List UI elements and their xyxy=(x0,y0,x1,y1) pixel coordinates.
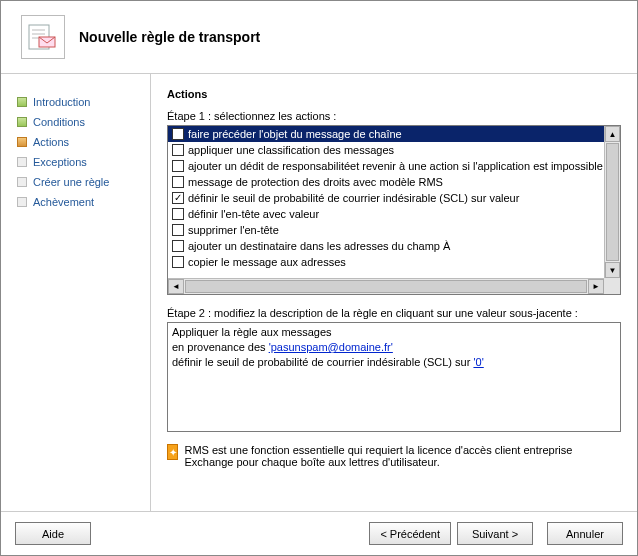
step2-label: Étape 2 : modifiez la description de la … xyxy=(167,307,621,319)
action-checkbox[interactable] xyxy=(172,208,184,220)
action-label: définir l'en-tête avec valeur xyxy=(188,208,319,220)
back-button[interactable]: < Précédent xyxy=(369,522,451,545)
step-exceptions[interactable]: Exceptions xyxy=(17,152,142,172)
rule-icon xyxy=(21,15,65,59)
action-label: faire précéder l'objet du message de cha… xyxy=(188,128,402,140)
desc-line3: définir le seuil de probabilité de courr… xyxy=(172,355,616,370)
scroll-thumb[interactable] xyxy=(606,143,619,261)
action-checkbox[interactable] xyxy=(172,128,184,140)
hscroll-thumb[interactable] xyxy=(185,280,587,293)
action-label: ajouter un dédit de responsabilitéet rev… xyxy=(188,160,603,172)
section-title: Actions xyxy=(167,88,621,100)
rms-icon: ✦ xyxy=(167,444,178,460)
vertical-scrollbar[interactable]: ▲ ▼ xyxy=(604,126,620,278)
rule-description-box: Appliquer la règle aux messages en prove… xyxy=(167,322,621,432)
action-label: définir le seuil de probabilité de courr… xyxy=(188,192,519,204)
step-actions[interactable]: Actions xyxy=(17,132,142,152)
action-row[interactable]: définir le seuil de probabilité de courr… xyxy=(168,190,604,206)
action-row[interactable]: ajouter un dédit de responsabilitéet rev… xyxy=(168,158,604,174)
action-checkbox[interactable] xyxy=(172,240,184,252)
scroll-left-button[interactable]: ◄ xyxy=(168,279,184,294)
step1-label: Étape 1 : sélectionnez les actions : xyxy=(167,110,621,122)
step-label: Introduction xyxy=(33,96,90,108)
action-label: supprimer l'en-tête xyxy=(188,224,279,236)
action-checkbox[interactable] xyxy=(172,192,184,204)
scroll-right-button[interactable]: ► xyxy=(588,279,604,294)
action-checkbox[interactable] xyxy=(172,144,184,156)
step-label: Actions xyxy=(33,136,69,148)
content-pane: Actions Étape 1 : sélectionnez les actio… xyxy=(151,74,637,511)
wizard-steps-sidebar: Introduction Conditions Actions Exceptio… xyxy=(1,74,151,511)
step-create-rule[interactable]: Créer une règle xyxy=(17,172,142,192)
horizontal-scrollbar[interactable]: ◄ ► xyxy=(168,278,604,294)
desc-line1: Appliquer la règle aux messages xyxy=(172,325,616,340)
sender-link[interactable]: 'pasunspam@domaine.fr' xyxy=(269,341,393,353)
rms-note-text: RMS est une fonction essentielle qui req… xyxy=(184,444,621,468)
scl-value-link[interactable]: '0' xyxy=(473,356,483,368)
step-label: Achèvement xyxy=(33,196,94,208)
desc-text: en provenance des xyxy=(172,341,269,353)
action-checkbox[interactable] xyxy=(172,176,184,188)
desc-text: définir le seuil de probabilité de courr… xyxy=(172,356,473,368)
title: Nouvelle règle de transport xyxy=(79,29,260,45)
action-row[interactable]: faire précéder l'objet du message de cha… xyxy=(168,126,604,142)
step-label: Exceptions xyxy=(33,156,87,168)
step-completion[interactable]: Achèvement xyxy=(17,192,142,212)
action-row[interactable]: ajouter un destinataire dans les adresse… xyxy=(168,238,604,254)
action-row[interactable]: copier le message aux adresses xyxy=(168,254,604,270)
action-row[interactable]: supprimer l'en-tête xyxy=(168,222,604,238)
action-label: ajouter un destinataire dans les adresse… xyxy=(188,240,450,252)
action-checkbox[interactable] xyxy=(172,224,184,236)
action-checkbox[interactable] xyxy=(172,256,184,268)
wizard-dialog: Nouvelle règle de transport Introduction… xyxy=(0,0,638,556)
header: Nouvelle règle de transport xyxy=(1,1,637,74)
action-row[interactable]: message de protection des droits avec mo… xyxy=(168,174,604,190)
actions-listbox[interactable]: faire précéder l'objet du message de cha… xyxy=(167,125,621,295)
action-label: appliquer une classification des message… xyxy=(188,144,394,156)
scroll-corner xyxy=(604,278,620,294)
step-introduction[interactable]: Introduction xyxy=(17,92,142,112)
rms-note: ✦ RMS est une fonction essentielle qui r… xyxy=(167,440,621,476)
action-checkbox[interactable] xyxy=(172,160,184,172)
action-row[interactable]: définir l'en-tête avec valeur xyxy=(168,206,604,222)
step-label: Créer une règle xyxy=(33,176,109,188)
cancel-button[interactable]: Annuler xyxy=(547,522,623,545)
action-label: copier le message aux adresses xyxy=(188,256,346,268)
scroll-up-button[interactable]: ▲ xyxy=(605,126,620,142)
next-button[interactable]: Suivant > xyxy=(457,522,533,545)
step-label: Conditions xyxy=(33,116,85,128)
scroll-down-button[interactable]: ▼ xyxy=(605,262,620,278)
action-label: message de protection des droits avec mo… xyxy=(188,176,443,188)
step-conditions[interactable]: Conditions xyxy=(17,112,142,132)
desc-line2: en provenance des 'pasunspam@domaine.fr' xyxy=(172,340,616,355)
action-row[interactable]: appliquer une classification des message… xyxy=(168,142,604,158)
button-bar: Aide < Précédent Suivant > Annuler xyxy=(1,511,637,555)
help-button[interactable]: Aide xyxy=(15,522,91,545)
